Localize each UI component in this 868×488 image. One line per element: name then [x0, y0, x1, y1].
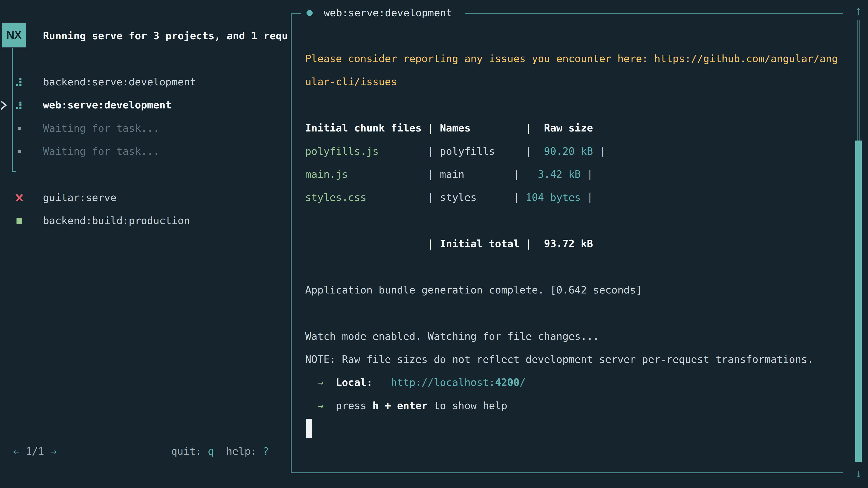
- quit-shortcut-key: q: [208, 445, 214, 457]
- issue-report-url[interactable]: ular-cli/issues: [305, 76, 397, 88]
- terminal-output: Please consider reporting any issues you…: [305, 47, 848, 417]
- terminal-line: main.js | main | 3.42 kB |: [305, 163, 848, 186]
- terminal-line: → Local: http://localhost:4200/: [305, 371, 848, 394]
- chunk-size: 3.42 kB: [520, 168, 581, 180]
- tasks-summary-title: Running serve for 3 projects, and 1 requ: [43, 24, 291, 47]
- scrollbar-thumb[interactable]: [855, 140, 862, 462]
- terminal-line: → press h + enter to show help: [305, 394, 848, 417]
- chunk-name: | styles |: [366, 191, 520, 203]
- chunk-file: main.js: [305, 168, 348, 180]
- nx-logo: NX: [2, 23, 26, 47]
- table-pipe: |: [593, 145, 605, 157]
- note-message: NOTE: Raw file sizes do not reflect deve…: [305, 353, 813, 365]
- task-row[interactable]: Waiting for task...: [0, 117, 291, 140]
- error-x-icon: [16, 194, 23, 201]
- terminal-line: [305, 302, 848, 325]
- scrollbar-track[interactable]: [857, 20, 858, 140]
- spinner-icon: [16, 78, 22, 86]
- chunk-file: styles.css: [305, 191, 366, 203]
- watch-mode-message: Watch mode enabled. Watching for file ch…: [305, 330, 599, 342]
- waiting-dot-icon: [18, 150, 21, 153]
- pagination: ←1/1→: [13, 445, 56, 457]
- local-url-link[interactable]: http://localhost:: [391, 377, 495, 388]
- task-row[interactable]: guitar:serve: [0, 186, 291, 209]
- help-hint: to show help: [428, 400, 507, 412]
- selected-chevron-icon: [0, 100, 7, 110]
- panel-border-left: [291, 13, 291, 473]
- task-label: guitar:serve: [43, 186, 116, 209]
- table-pipe: |: [581, 168, 593, 180]
- terminal-line: [305, 256, 848, 279]
- terminal-line: | Initial total | 93.72 kB: [305, 232, 848, 255]
- success-square-icon: [17, 218, 22, 224]
- panel-border-bottom: [291, 473, 843, 473]
- task-row[interactable]: backend:serve:development: [0, 70, 291, 94]
- task-label: backend:serve:development: [43, 70, 196, 94]
- terminal-line: Please consider reporting any issues you…: [305, 47, 848, 70]
- terminal-line: Application bundle generation complete. …: [305, 279, 848, 302]
- terminal-line: [305, 94, 848, 117]
- bottom-bar: ←1/1→ quit:qhelp:?: [13, 440, 269, 463]
- status-dot-icon: [307, 10, 313, 16]
- quit-shortcut-label: quit:: [171, 445, 202, 457]
- task-label: web:serve:development: [43, 94, 172, 117]
- local-url-link[interactable]: /: [520, 377, 526, 388]
- task-row[interactable]: web:serve:development: [0, 94, 291, 117]
- nx-terminal-ui: NX Running serve for 3 projects, and 1 r…: [0, 0, 868, 488]
- local-label: Local:: [336, 377, 373, 388]
- panel-border-top: [465, 13, 843, 14]
- help-hint: press: [336, 400, 373, 412]
- terminal-line: [305, 209, 848, 232]
- terminal-cursor: [306, 419, 312, 437]
- panel-title: web:serve:development: [324, 1, 452, 24]
- page-next-arrow[interactable]: →: [50, 445, 56, 457]
- help-shortcut-key: ?: [263, 445, 269, 457]
- terminal-line: Watch mode enabled. Watching for file ch…: [305, 325, 848, 348]
- task-row[interactable]: backend:build:production: [0, 209, 291, 232]
- keyboard-shortcuts: quit:qhelp:?: [171, 445, 269, 457]
- chunk-file: polyfills.js: [305, 145, 379, 157]
- scroll-down-icon[interactable]: ↓: [852, 465, 865, 481]
- waiting-dot-icon: [18, 127, 21, 130]
- chunk-name: | main |: [348, 168, 520, 180]
- chunk-size: 90.20 kB: [532, 145, 593, 157]
- page-indicator: 1/1: [26, 445, 44, 457]
- help-hint-keys: h + enter: [373, 400, 428, 412]
- table-header: Initial chunk files | Names | Raw size: [305, 122, 593, 134]
- run-arrow-icon: →: [305, 400, 336, 412]
- chunk-name: | polyfills |: [379, 145, 532, 157]
- terminal-line: styles.css | styles | 104 bytes |: [305, 186, 848, 209]
- spacer: [373, 377, 391, 388]
- spinner-icon: [16, 101, 22, 109]
- terminal-line: Initial chunk files | Names | Raw size: [305, 117, 848, 140]
- help-shortcut-label: help:: [226, 445, 256, 457]
- panel-border-top: [291, 13, 301, 14]
- page-prev-arrow[interactable]: ←: [13, 445, 20, 457]
- table-pipe: |: [581, 191, 593, 203]
- terminal-line: polyfills.js | polyfills | 90.20 kB |: [305, 140, 848, 163]
- task-label: Waiting for task...: [43, 117, 159, 140]
- initial-total: | Initial total | 93.72 kB: [305, 238, 593, 250]
- chunk-size: 104 bytes: [520, 191, 581, 203]
- run-arrow-icon: →: [305, 377, 336, 388]
- task-label: backend:build:production: [43, 209, 190, 232]
- issue-report-url[interactable]: Please consider reporting any issues you…: [305, 53, 838, 65]
- scrollbar-track[interactable]: [859, 20, 860, 140]
- task-list: backend:serve:development web:serve:deve…: [0, 70, 291, 232]
- bundle-complete-message: Application bundle generation complete. …: [305, 284, 642, 296]
- task-row[interactable]: Waiting for task...: [0, 140, 291, 163]
- terminal-line: ular-cli/issues: [305, 70, 848, 93]
- local-url-port[interactable]: 4200: [495, 377, 520, 388]
- task-label: Waiting for task...: [43, 140, 159, 163]
- scroll-up-icon[interactable]: ↑: [852, 3, 865, 19]
- terminal-line: NOTE: Raw file sizes do not reflect deve…: [305, 348, 848, 371]
